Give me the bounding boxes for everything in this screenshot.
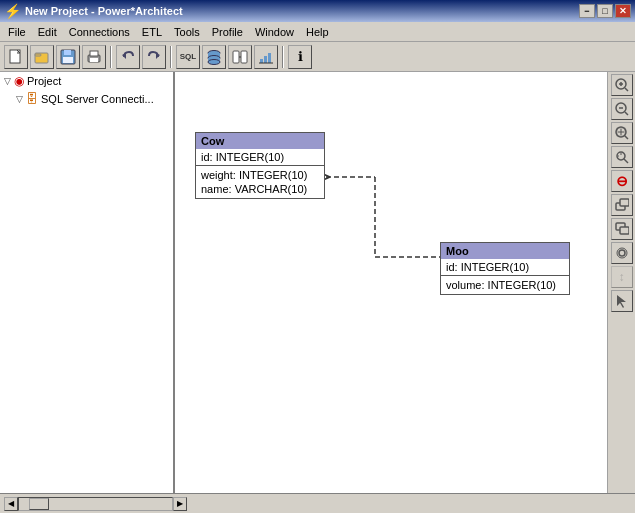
svg-rect-7 xyxy=(90,51,98,56)
menu-etl[interactable]: ETL xyxy=(136,24,168,40)
db-button[interactable] xyxy=(202,45,226,69)
svg-point-50 xyxy=(619,250,625,256)
chart-button[interactable] xyxy=(254,45,278,69)
svg-point-15 xyxy=(208,59,220,64)
scroll-right-button[interactable]: ▶ xyxy=(173,497,187,511)
cow-field-weight: weight: INTEGER(10) xyxy=(201,168,319,182)
scroll-left-button[interactable]: ◀ xyxy=(4,497,18,511)
er-table-moo-fields: volume: INTEGER(10) xyxy=(441,276,569,294)
app-icon: ⚡ xyxy=(4,3,21,19)
scroll-track[interactable] xyxy=(18,497,173,511)
svg-rect-5 xyxy=(63,57,73,63)
toolbar-sep-2 xyxy=(170,46,172,68)
expand-icon-db: ▽ xyxy=(16,94,23,104)
title-bar-left: ⚡ New Project - Power*Architect xyxy=(4,3,183,19)
er-table-moo[interactable]: Moo id: INTEGER(10) volume: INTEGER(10) xyxy=(440,242,570,295)
new-button[interactable] xyxy=(4,45,28,69)
toolbar-sep-1 xyxy=(110,46,112,68)
menu-profile[interactable]: Profile xyxy=(206,24,249,40)
cursor-button[interactable] xyxy=(611,290,633,312)
main-container: ▽ ◉ Project ▽ 🗄 SQL Server Connecti... xyxy=(0,72,635,493)
status-bar: ◀ ▶ xyxy=(0,493,635,513)
zoom-search-button[interactable] xyxy=(611,146,633,168)
er-table-moo-header: Moo xyxy=(441,243,569,259)
svg-rect-4 xyxy=(64,50,71,55)
er-table-cow[interactable]: Cow id: INTEGER(10) weight: INTEGER(10) … xyxy=(195,132,325,199)
svg-rect-49 xyxy=(620,227,629,234)
export-button[interactable] xyxy=(611,194,633,216)
scroll-thumb[interactable] xyxy=(29,498,49,510)
tree-panel: ▽ ◉ Project ▽ 🗄 SQL Server Connecti... xyxy=(0,72,175,493)
er-table-moo-pk: id: INTEGER(10) xyxy=(441,259,569,276)
tree-item-project[interactable]: ▽ ◉ Project xyxy=(0,72,173,90)
svg-marker-52 xyxy=(617,295,626,308)
menu-connections[interactable]: Connections xyxy=(63,24,136,40)
print-button[interactable] xyxy=(82,45,106,69)
menu-file[interactable]: File xyxy=(2,24,32,40)
save-button[interactable] xyxy=(56,45,80,69)
minimize-button[interactable]: − xyxy=(579,4,595,18)
project-label: Project xyxy=(27,75,61,87)
er-table-cow-header: Cow xyxy=(196,133,324,149)
toolbar-sep-3 xyxy=(282,46,284,68)
compare-button[interactable] xyxy=(228,45,252,69)
db-label: SQL Server Connecti... xyxy=(41,93,154,105)
svg-line-33 xyxy=(625,88,628,91)
svg-line-36 xyxy=(625,112,628,115)
toolbar: SQL ℹ xyxy=(0,42,635,72)
expand-icon-project: ▽ xyxy=(4,76,11,86)
svg-rect-19 xyxy=(260,59,263,63)
menu-help[interactable]: Help xyxy=(300,24,335,40)
close-button[interactable]: ✕ xyxy=(615,4,631,18)
arrow-up-button[interactable]: ↕ xyxy=(611,266,633,288)
window-title: New Project - Power*Architect xyxy=(25,5,183,17)
undo-button[interactable] xyxy=(116,45,140,69)
zoom-in-button[interactable] xyxy=(611,74,633,96)
import-button[interactable] xyxy=(611,218,633,240)
window-controls: − □ ✕ xyxy=(579,4,631,18)
db-icon: 🗄 xyxy=(26,92,38,106)
svg-rect-20 xyxy=(264,56,267,63)
title-bar: ⚡ New Project - Power*Architect − □ ✕ xyxy=(0,0,635,22)
settings-button[interactable] xyxy=(611,242,633,264)
maximize-button[interactable]: □ xyxy=(597,4,613,18)
zoom-fit-button[interactable] xyxy=(611,122,633,144)
svg-rect-2 xyxy=(35,54,41,56)
right-toolbar: ⊖ ↕ xyxy=(607,72,635,493)
menu-window[interactable]: Window xyxy=(249,24,300,40)
delete-button[interactable]: ⊖ xyxy=(611,170,633,192)
redo-button[interactable] xyxy=(142,45,166,69)
svg-rect-47 xyxy=(620,199,629,206)
svg-rect-21 xyxy=(268,53,271,63)
svg-rect-8 xyxy=(90,58,98,62)
menu-edit[interactable]: Edit xyxy=(32,24,63,40)
sql-button[interactable]: SQL xyxy=(176,45,200,69)
open-button[interactable] xyxy=(30,45,54,69)
menu-bar: File Edit Connections ETL Tools Profile … xyxy=(0,22,635,42)
cow-field-name: name: VARCHAR(10) xyxy=(201,182,319,196)
menu-tools[interactable]: Tools xyxy=(168,24,206,40)
svg-line-43 xyxy=(624,159,628,163)
svg-rect-17 xyxy=(241,51,247,63)
er-table-cow-pk: id: INTEGER(10) xyxy=(196,149,324,166)
svg-line-38 xyxy=(625,136,628,139)
svg-rect-16 xyxy=(233,51,239,63)
canvas-area[interactable]: Cow id: INTEGER(10) weight: INTEGER(10) … xyxy=(175,72,607,493)
tree-item-db[interactable]: ▽ 🗄 SQL Server Connecti... xyxy=(0,90,173,108)
er-table-cow-fields: weight: INTEGER(10) name: VARCHAR(10) xyxy=(196,166,324,198)
project-icon: ◉ xyxy=(14,74,24,88)
zoom-out-button[interactable] xyxy=(611,98,633,120)
moo-field-volume: volume: INTEGER(10) xyxy=(446,278,564,292)
info-button[interactable]: ℹ xyxy=(288,45,312,69)
